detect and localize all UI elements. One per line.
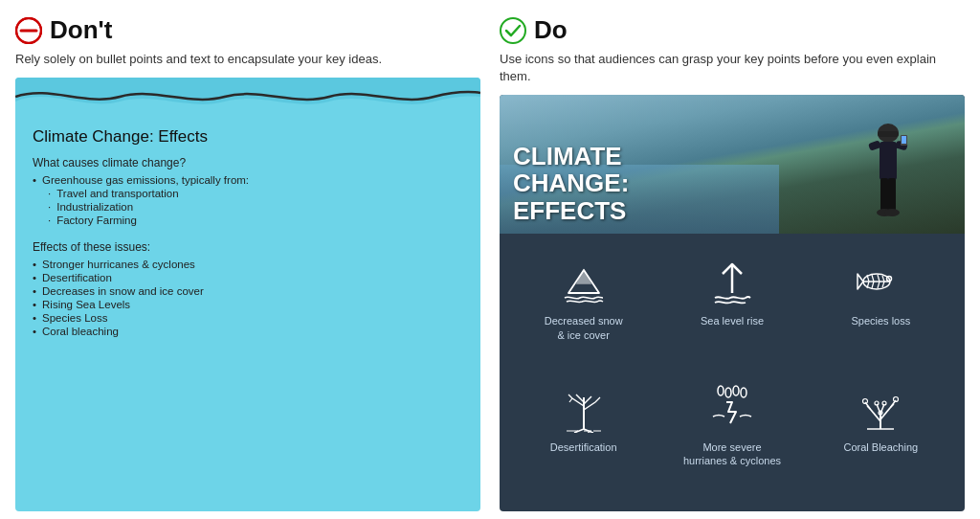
coral-label: Coral Bleaching xyxy=(843,440,918,454)
dont-header: Don't xyxy=(15,15,480,45)
list-item: Industrialization xyxy=(48,200,463,214)
svg-line-27 xyxy=(882,276,884,282)
slide-title-line3: EFFECTS xyxy=(513,197,629,225)
slide-content: Climate Change: Effects What causes clim… xyxy=(15,116,480,511)
svg-line-23 xyxy=(872,275,874,282)
list-item: Desertification xyxy=(33,271,463,284)
do-subtitle: Use icons so that audiences can grasp yo… xyxy=(500,51,965,85)
dont-subtitle: Rely solely on bullet points and text to… xyxy=(15,51,480,68)
hurricanes-icon xyxy=(707,383,757,433)
svg-line-24 xyxy=(872,282,874,288)
list-item: Coral bleaching xyxy=(33,325,463,338)
causes-intro-item: Greenhouse gas emissions, typically from… xyxy=(33,173,463,187)
icon-item-desertification: Desertification xyxy=(509,375,657,502)
svg-rect-8 xyxy=(868,141,881,152)
svg-rect-13 xyxy=(888,178,896,212)
causes-sub-list: Travel and transportation Industrializat… xyxy=(33,187,463,227)
dont-panel: Don't Rely solely on bullet points and t… xyxy=(15,15,480,511)
species-loss-label: Species loss xyxy=(851,314,910,327)
slide-image-area: CLIMATE CHANGE: EFFECTS xyxy=(500,95,965,234)
svg-rect-7 xyxy=(880,142,897,180)
person-silhouette xyxy=(864,124,912,234)
list-item: Rising Sea Levels xyxy=(33,298,463,311)
do-title: Do xyxy=(534,15,568,45)
coral-bleaching-icon xyxy=(856,383,905,433)
svg-point-41 xyxy=(725,388,731,397)
desertification-label: Desertification xyxy=(550,440,617,454)
sea-level-label: Sea level rise xyxy=(701,314,764,327)
list-item: Stronger hurricanes & cyclones xyxy=(33,258,463,271)
icon-item-sea-level: Sea level rise xyxy=(657,249,806,375)
desertification-icon xyxy=(559,383,609,433)
causes-label: What causes climate change? xyxy=(33,156,463,169)
svg-line-26 xyxy=(878,282,880,288)
svg-line-28 xyxy=(882,282,884,287)
causes-list: Greenhouse gas emissions, typically from… xyxy=(33,173,463,187)
svg-point-4 xyxy=(501,18,525,43)
do-icon xyxy=(500,17,526,44)
do-slide: CLIMATE CHANGE: EFFECTS xyxy=(500,95,965,511)
snow-ice-label: Decreased snow& ice cover xyxy=(545,314,623,342)
icons-grid: Decreased snow& ice cover xyxy=(500,234,965,511)
dont-icon xyxy=(15,17,42,44)
slide-main-title: Climate Change: Effects xyxy=(33,127,463,147)
svg-point-40 xyxy=(718,386,724,395)
svg-line-25 xyxy=(878,275,880,282)
slide-title-overlay: CLIMATE CHANGE: EFFECTS xyxy=(500,133,642,235)
sea-level-icon xyxy=(707,257,757,306)
species-loss-icon xyxy=(856,257,905,306)
svg-rect-6 xyxy=(878,131,899,137)
svg-point-42 xyxy=(733,386,739,395)
effects-label: Effects of these issues: xyxy=(33,240,463,254)
wave-decoration xyxy=(15,78,480,116)
icon-item-snow: Decreased snow& ice cover xyxy=(509,249,657,375)
svg-line-34 xyxy=(584,396,591,404)
dont-title: Don't xyxy=(50,15,112,45)
effects-list: Stronger hurricanes & cyclones Desertifi… xyxy=(33,258,463,338)
list-item: Travel and transportation xyxy=(48,187,463,200)
main-container: Don't Rely solely on bullet points and t… xyxy=(0,0,980,519)
svg-rect-11 xyxy=(902,136,906,144)
list-item: Decreases in snow and ice cover xyxy=(33,284,463,298)
svg-rect-12 xyxy=(880,178,888,212)
slide-title-line1: CLIMATE xyxy=(513,143,629,170)
slide-title-line2: CHANGE: xyxy=(513,169,629,197)
icon-item-coral: Coral Bleaching xyxy=(807,375,955,502)
do-header: Do xyxy=(500,15,965,45)
svg-point-43 xyxy=(741,388,746,397)
svg-point-15 xyxy=(884,209,900,216)
snow-ice-icon xyxy=(559,257,609,306)
svg-line-37 xyxy=(595,397,600,402)
list-item: Factory Farming xyxy=(48,214,463,227)
dont-slide: Climate Change: Effects What causes clim… xyxy=(15,78,480,511)
icon-item-hurricanes: More severehurrianes & cyclones xyxy=(657,375,806,502)
svg-line-35 xyxy=(568,395,572,398)
do-panel: Do Use icons so that audiences can grasp… xyxy=(500,15,965,511)
svg-line-36 xyxy=(569,398,572,402)
icon-item-species: Species loss xyxy=(807,249,955,375)
hurricanes-label: More severehurrianes & cyclones xyxy=(683,440,781,468)
list-item: Species Loss xyxy=(33,311,463,325)
